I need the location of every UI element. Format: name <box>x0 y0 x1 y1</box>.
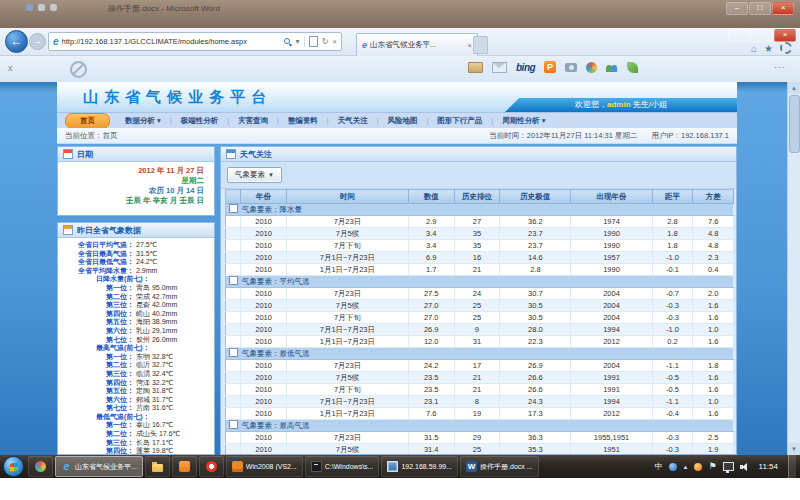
address-bar[interactable]: e http://192.168.137.1/GLCCLIMATE/module… <box>48 32 342 51</box>
toolbar-more-button[interactable]: ··· <box>774 62 786 72</box>
tray-app-icon[interactable] <box>669 463 677 471</box>
page-scrollbar[interactable]: ▲ ▼ <box>787 82 800 455</box>
input-method-indicator[interactable]: 中 <box>655 461 663 472</box>
table-row[interactable]: 20107月5候23.52126.61991-0.51.6 <box>226 372 734 384</box>
table-group-row[interactable]: 气象要素：平均气温 <box>226 276 734 288</box>
table-row[interactable]: 20107月5候27.02530.52004-0.31.6 <box>226 300 734 312</box>
group-checkbox[interactable] <box>229 348 238 357</box>
bing-logo[interactable]: bing <box>516 62 535 73</box>
group-checkbox[interactable] <box>229 204 238 213</box>
taskbar-button-cmd[interactable]: C:\Windows\s... <box>305 456 380 477</box>
group-checkbox[interactable] <box>229 276 238 285</box>
table-group-row[interactable]: 气象要素：降水量 <box>226 204 734 216</box>
column-header[interactable]: 时间 <box>286 190 408 204</box>
table-row[interactable]: 20107月1日~7月23日26.9928.01994-1.01.0 <box>226 324 734 336</box>
column-header[interactable]: 年份 <box>241 190 287 204</box>
palette-icon[interactable] <box>586 62 597 73</box>
table-row[interactable]: 20107月下旬23.52126.61991-0.51.6 <box>226 384 734 396</box>
redo-icon[interactable] <box>50 4 57 11</box>
column-header[interactable]: 出现年份 <box>571 190 652 204</box>
tray-security-icon[interactable] <box>694 463 702 471</box>
scroll-down-button[interactable]: ▼ <box>788 443 800 455</box>
scrollbar-thumb[interactable] <box>789 95 800 153</box>
table-row[interactable]: 20101月1日~7月23日12.03122.320120.21.6 <box>226 336 734 348</box>
home-icon[interactable]: ⌂ <box>751 43 757 54</box>
refresh-button[interactable]: ↻ <box>322 37 329 46</box>
undo-icon[interactable] <box>38 4 45 11</box>
taskbar-button-vmware[interactable]: Win2008 (VS2... <box>226 456 303 477</box>
table-row[interactable]: 20107月1日~7月23日23.1824.31994-1.11.0 <box>226 396 734 408</box>
table-row[interactable]: 20107月5候31.42535.31951-0.31.9 <box>226 444 734 456</box>
leaf-icon[interactable] <box>627 62 638 73</box>
scroll-up-button[interactable]: ▲ <box>788 82 800 94</box>
show-desktop-button[interactable] <box>788 455 796 478</box>
table-row[interactable]: 20101月1日~7月23日7.61917.32012-0.41.6 <box>226 408 734 420</box>
table-row[interactable]: 20107月下旬27.02530.52004-0.31.6 <box>226 312 734 324</box>
nav-item-1[interactable]: 数据分析 ▾ <box>116 116 170 126</box>
ie-close-button[interactable]: × <box>774 29 796 42</box>
envelope-icon[interactable] <box>492 62 507 73</box>
addon-close-icon[interactable]: x <box>8 63 13 73</box>
column-header[interactable]: 距平 <box>652 190 693 204</box>
gear-icon[interactable] <box>780 42 792 54</box>
start-button[interactable] <box>3 456 24 477</box>
word-close-button[interactable]: × <box>772 2 794 15</box>
save-icon[interactable] <box>26 4 33 11</box>
network-icon[interactable] <box>723 462 734 471</box>
back-button[interactable]: ← <box>5 30 28 53</box>
browser-tab[interactable]: e 山东省气候业务平... × <box>356 33 478 56</box>
nav-item-5[interactable]: 天气关注 <box>329 116 377 126</box>
stop-button[interactable]: × <box>332 37 337 46</box>
new-tab-button[interactable] <box>473 36 488 54</box>
taskbar-button-pinned-app[interactable] <box>28 456 53 477</box>
camera-icon[interactable] <box>565 63 577 72</box>
ie-minimize-button[interactable]: – <box>728 29 750 42</box>
search-icon[interactable] <box>284 38 292 46</box>
word-titlebar[interactable]: 操作手册.docx - Microsoft Word – □ × <box>0 0 800 28</box>
favorites-star-icon[interactable]: ★ <box>764 43 773 54</box>
wallet-icon[interactable] <box>468 62 483 73</box>
table-group-row[interactable]: 气象要素：最高气温 <box>226 420 734 432</box>
column-header[interactable]: 数值 <box>408 190 454 204</box>
element-selector-button[interactable]: 气象要素 ▼ <box>227 167 282 183</box>
table-row[interactable]: 20107月5候3.43523.719901.84.8 <box>226 228 734 240</box>
table-row[interactable]: 20107月下旬3.43523.719901.84.8 <box>226 240 734 252</box>
people-icon[interactable] <box>606 62 618 72</box>
column-header[interactable]: 历史排位 <box>454 190 500 204</box>
taskbar-button-red-app[interactable] <box>199 456 224 477</box>
column-header[interactable]: 历史极值 <box>500 190 571 204</box>
taskbar-button-folder[interactable] <box>145 456 170 477</box>
taskbar-button-orange-app[interactable] <box>172 456 197 477</box>
column-header[interactable]: 方差 <box>693 190 734 204</box>
p-badge-icon[interactable]: P <box>544 61 556 73</box>
word-maximize-button[interactable]: □ <box>749 2 771 15</box>
word-minimize-button[interactable]: – <box>726 2 748 15</box>
taskbar-button-word[interactable]: W操作手册.docx ... <box>460 456 539 477</box>
nav-item-0[interactable]: 首页 <box>65 113 110 129</box>
speaker-icon[interactable] <box>740 462 749 471</box>
nav-item-8[interactable]: 周期性分析 ▾ <box>493 116 554 126</box>
compatibility-view-icon[interactable] <box>309 36 318 47</box>
nav-item-2[interactable]: 极端性分析 <box>172 116 228 126</box>
autocomplete-caret-icon[interactable]: ▾ <box>296 37 300 46</box>
block-popup-icon[interactable] <box>70 61 87 78</box>
table-row[interactable]: 20107月23日31.52936.31955,1951-0.32.5 <box>226 432 734 444</box>
table-row[interactable]: 20107月1日~7月23日6.91614.61957-1.02.3 <box>226 252 734 264</box>
nav-item-3[interactable]: 灾害查询 <box>229 116 277 126</box>
nav-item-7[interactable]: 图形下行产品 <box>428 116 491 126</box>
nav-item-6[interactable]: 风险地图 <box>379 116 427 126</box>
table-group-row[interactable]: 气象要素：最低气温 <box>226 348 734 360</box>
clock[interactable]: 11:54 <box>755 462 782 471</box>
table-row[interactable]: 20107月23日2.92736.219742.87.6 <box>226 216 734 228</box>
forward-button[interactable]: → <box>29 33 46 50</box>
table-row[interactable]: 20107月23日24.21726.92004-1.11.8 <box>226 360 734 372</box>
ie-maximize-button[interactable]: □ <box>751 29 773 42</box>
group-checkbox[interactable] <box>229 420 238 429</box>
table-row[interactable]: 20107月23日27.52430.72004-0.72.0 <box>226 288 734 300</box>
action-center-flag-icon[interactable]: ⚑ <box>708 462 716 471</box>
taskbar-button-rdp[interactable]: 192.168.59.99... <box>381 456 458 477</box>
hidden-icons-arrow[interactable]: ▲ <box>683 464 689 470</box>
table-row[interactable]: 20101月1日~7月23日1.7212.81990-0.10.4 <box>226 264 734 276</box>
nav-item-4[interactable]: 整编资料 <box>279 116 327 126</box>
url-text[interactable]: http://192.168.137.1/GLCCLIMATE/modules/… <box>62 37 282 46</box>
